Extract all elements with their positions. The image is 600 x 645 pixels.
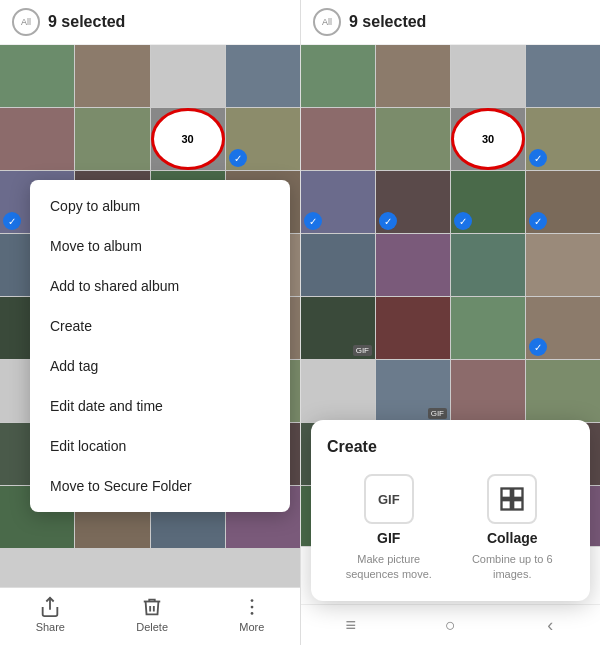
photo-cell[interactable] — [75, 108, 149, 170]
photo-cell[interactable]: ✓ — [376, 171, 450, 233]
svg-rect-4 — [502, 489, 511, 498]
menu-copy-to-album[interactable]: Copy to album — [30, 186, 290, 226]
delete-button[interactable]: Delete — [136, 596, 168, 633]
right-nav-bar: ≡ ○ ‹ — [301, 604, 600, 645]
more-label: More — [239, 621, 264, 633]
menu-move-to-secure-folder[interactable]: Move to Secure Folder — [30, 466, 290, 506]
photo-cell[interactable] — [75, 45, 149, 107]
photo-cell[interactable] — [301, 108, 375, 170]
left-all-label: All — [21, 17, 31, 27]
gif-icon-box: GIF — [364, 474, 414, 524]
svg-rect-5 — [513, 489, 522, 498]
photo-cell[interactable] — [526, 360, 600, 422]
photo-cell[interactable] — [301, 360, 375, 422]
photo-cell[interactable]: ✓ — [226, 108, 300, 170]
collage-icon — [498, 485, 526, 513]
photo-cell[interactable] — [451, 297, 525, 359]
right-selected-count: 9 selected — [349, 13, 426, 31]
photo-cell[interactable]: ✓ — [451, 171, 525, 233]
left-selected-count: 9 selected — [48, 13, 125, 31]
photo-cell[interactable] — [451, 45, 525, 107]
photo-cell-speed-right[interactable]: 30 — [451, 108, 525, 170]
photo-cell[interactable] — [376, 45, 450, 107]
left-all-button[interactable]: All — [12, 8, 40, 36]
photo-cell[interactable] — [226, 45, 300, 107]
menu-create[interactable]: Create — [30, 306, 290, 346]
photo-cell[interactable] — [301, 234, 375, 296]
gif-label: GIF — [377, 530, 400, 546]
photo-cell[interactable] — [526, 234, 600, 296]
delete-label: Delete — [136, 621, 168, 633]
share-button[interactable]: Share — [36, 596, 65, 633]
collage-icon-box — [487, 474, 537, 524]
right-all-label: All — [322, 17, 332, 27]
context-menu: Copy to album Move to album Add to share… — [30, 180, 290, 512]
gif-option[interactable]: GIF GIF Make picture sequences move. — [334, 474, 444, 581]
nav-back-icon[interactable]: ‹ — [538, 613, 562, 637]
collage-description: Combine up to 6 images. — [457, 552, 567, 581]
create-modal: Create GIF GIF Make picture sequences mo… — [311, 420, 590, 601]
menu-add-tag[interactable]: Add tag — [30, 346, 290, 386]
menu-move-to-album[interactable]: Move to album — [30, 226, 290, 266]
svg-rect-7 — [513, 501, 522, 510]
photo-cell[interactable]: GIF — [301, 297, 375, 359]
photo-cell[interactable] — [376, 297, 450, 359]
photo-cell-speed[interactable]: 30 — [151, 108, 225, 170]
left-panel: All 9 selected 30 ✓ ✓ ✓ ✓ ✓ ✓ — [0, 0, 300, 645]
right-all-button[interactable]: All — [313, 8, 341, 36]
photo-cell[interactable] — [526, 45, 600, 107]
gif-description: Make picture sequences move. — [334, 552, 444, 581]
photo-cell[interactable] — [376, 108, 450, 170]
photo-cell[interactable]: ✓ — [301, 171, 375, 233]
modal-title: Create — [327, 438, 574, 456]
more-button[interactable]: More — [239, 596, 264, 633]
right-panel: All 9 selected 30 ✓ ✓ ✓ ✓ ✓ GIF ✓ GIF — [300, 0, 600, 645]
nav-home-icon[interactable]: ○ — [438, 613, 462, 637]
photo-cell[interactable] — [451, 360, 525, 422]
menu-edit-date-time[interactable]: Edit date and time — [30, 386, 290, 426]
photo-cell[interactable] — [151, 45, 225, 107]
modal-options: GIF GIF Make picture sequences move. Col… — [327, 474, 574, 581]
right-header: All 9 selected — [301, 0, 600, 45]
menu-edit-location[interactable]: Edit location — [30, 426, 290, 466]
photo-cell[interactable]: ✓ — [526, 108, 600, 170]
share-label: Share — [36, 621, 65, 633]
photo-cell[interactable]: ✓ — [526, 171, 600, 233]
svg-rect-6 — [502, 501, 511, 510]
photo-cell[interactable] — [0, 45, 74, 107]
nav-menu-icon[interactable]: ≡ — [339, 613, 363, 637]
photo-cell[interactable] — [451, 234, 525, 296]
svg-point-3 — [250, 612, 253, 615]
collage-option[interactable]: Collage Combine up to 6 images. — [457, 474, 567, 581]
collage-label: Collage — [487, 530, 538, 546]
photo-cell[interactable]: ✓ — [526, 297, 600, 359]
left-header: All 9 selected — [0, 0, 300, 45]
svg-point-1 — [250, 599, 253, 602]
photo-cell[interactable] — [301, 45, 375, 107]
left-bottom-bar: Share Delete More — [0, 587, 300, 645]
photo-cell[interactable] — [376, 234, 450, 296]
gif-icon: GIF — [378, 492, 400, 507]
menu-add-to-shared-album[interactable]: Add to shared album — [30, 266, 290, 306]
photo-cell[interactable]: GIF — [376, 360, 450, 422]
svg-point-2 — [250, 606, 253, 609]
photo-cell[interactable] — [0, 108, 74, 170]
